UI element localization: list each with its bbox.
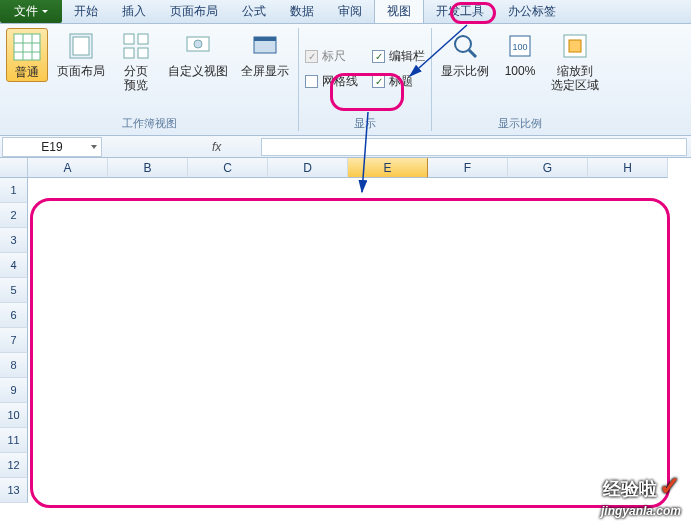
zoom-selection-label: 缩放到 选定区域 — [551, 64, 599, 92]
watermark-title: 经验啦 — [603, 479, 657, 499]
normal-view-label: 普通 — [15, 65, 39, 79]
col-header-H[interactable]: H — [588, 158, 668, 178]
col-header-A[interactable]: A — [28, 158, 108, 178]
page-layout-button[interactable]: 页面布局 — [54, 28, 108, 80]
zoom-100-icon: 100 — [504, 30, 536, 62]
row-header[interactable]: 1 — [0, 178, 28, 203]
name-box[interactable]: E19 — [2, 137, 102, 157]
ruler-check-icon: ✓ — [305, 50, 318, 63]
sheet-body: 1 2 3 4 5 6 7 8 9 10 11 12 13 — [0, 178, 691, 503]
ruler-checkbox[interactable]: ✓ 标尺 — [305, 48, 358, 65]
headings-label: 标题 — [389, 73, 413, 90]
zoom-100-button[interactable]: 100 100% — [498, 28, 542, 80]
zoom-group-label: 显示比例 — [498, 116, 542, 133]
group-show: ✓ 标尺 网格线 ✓ 编辑栏 ✓ 标题 显示 — [299, 24, 431, 135]
svg-point-12 — [194, 40, 202, 48]
row-header[interactable]: 4 — [0, 253, 28, 278]
zoom-content: 显示比例 100 100% 缩放到 选定区域 — [438, 28, 602, 116]
show-checks-right: ✓ 编辑栏 ✓ 标题 — [372, 28, 425, 90]
row-header[interactable]: 12 — [0, 453, 28, 478]
show-content: ✓ 标尺 网格线 ✓ 编辑栏 ✓ 标题 — [305, 28, 425, 116]
svg-rect-9 — [124, 48, 134, 58]
col-header-B[interactable]: B — [108, 158, 188, 178]
svg-rect-8 — [138, 34, 148, 44]
page-layout-label: 页面布局 — [57, 64, 105, 78]
formula-bar: E19 fx — [0, 136, 691, 158]
show-group-label: 显示 — [354, 116, 376, 133]
page-break-button[interactable]: 分页 预览 — [114, 28, 158, 94]
column-headers: A B C D E F G H — [28, 158, 668, 178]
tab-home[interactable]: 开始 — [62, 0, 110, 23]
page-break-label: 分页 预览 — [124, 64, 148, 92]
tab-data[interactable]: 数据 — [278, 0, 326, 23]
formula-input[interactable] — [261, 138, 687, 156]
zoom-button[interactable]: 显示比例 — [438, 28, 492, 80]
col-header-G[interactable]: G — [508, 158, 588, 178]
row-header[interactable]: 7 — [0, 328, 28, 353]
svg-point-15 — [455, 36, 471, 52]
col-header-C[interactable]: C — [188, 158, 268, 178]
svg-rect-7 — [124, 34, 134, 44]
select-all-corner[interactable] — [0, 158, 28, 178]
watermark-url: jingyanla.com — [601, 504, 681, 518]
full-screen-button[interactable]: 全屏显示 — [238, 28, 292, 80]
zoom-label: 显示比例 — [441, 64, 489, 78]
gridlines-check-icon — [305, 75, 318, 88]
tab-developer[interactable]: 开发工具 — [424, 0, 496, 23]
group-workbook-views: 普通 页面布局 分页 预览 自定义视图 — [0, 24, 298, 135]
ruler-label: 标尺 — [322, 48, 346, 65]
row-header[interactable]: 8 — [0, 353, 28, 378]
row-header[interactable]: 13 — [0, 478, 28, 503]
full-screen-label: 全屏显示 — [241, 64, 289, 78]
zoom-icon — [449, 30, 481, 62]
formula-bar-label: 编辑栏 — [389, 48, 425, 65]
row-header[interactable]: 6 — [0, 303, 28, 328]
svg-text:100: 100 — [512, 42, 527, 52]
svg-rect-6 — [73, 37, 89, 55]
row-header[interactable]: 9 — [0, 378, 28, 403]
grid-cells[interactable] — [28, 178, 691, 503]
col-header-F[interactable]: F — [428, 158, 508, 178]
normal-view-button[interactable]: 普通 — [6, 28, 48, 82]
tab-office-tabs[interactable]: 办公标签 — [496, 0, 568, 23]
custom-views-label: 自定义视图 — [168, 64, 228, 78]
row-headers: 1 2 3 4 5 6 7 8 9 10 11 12 13 — [0, 178, 28, 503]
svg-rect-14 — [254, 37, 276, 41]
row-header[interactable]: 3 — [0, 228, 28, 253]
tab-insert[interactable]: 插入 — [110, 0, 158, 23]
group-zoom: 显示比例 100 100% 缩放到 选定区域 显示比例 — [432, 24, 608, 135]
tab-page-layout[interactable]: 页面布局 — [158, 0, 230, 23]
tab-review[interactable]: 审阅 — [326, 0, 374, 23]
workbook-views-content: 普通 页面布局 分页 预览 自定义视图 — [6, 28, 292, 116]
page-layout-icon — [65, 30, 97, 62]
tab-view[interactable]: 视图 — [374, 0, 424, 23]
svg-rect-20 — [569, 40, 581, 52]
row-header[interactable]: 10 — [0, 403, 28, 428]
gridlines-checkbox[interactable]: 网格线 — [305, 73, 358, 90]
svg-line-16 — [469, 50, 476, 57]
full-screen-icon — [249, 30, 281, 62]
row-header[interactable]: 11 — [0, 428, 28, 453]
file-tab[interactable]: 文件 — [0, 0, 62, 23]
ribbon: 普通 页面布局 分页 预览 自定义视图 — [0, 24, 691, 136]
fx-area: fx — [112, 140, 261, 154]
zoom-selection-icon — [559, 30, 591, 62]
headings-checkbox[interactable]: ✓ 标题 — [372, 73, 425, 90]
formula-bar-checkbox[interactable]: ✓ 编辑栏 — [372, 48, 425, 65]
row-header[interactable]: 5 — [0, 278, 28, 303]
formula-bar-check-icon: ✓ — [372, 50, 385, 63]
fx-icon[interactable]: fx — [212, 140, 221, 154]
col-header-D[interactable]: D — [268, 158, 348, 178]
sheet-header-row: A B C D E F G H — [0, 158, 691, 178]
tab-formulas[interactable]: 公式 — [230, 0, 278, 23]
custom-views-icon — [182, 30, 214, 62]
normal-view-icon — [11, 31, 43, 63]
svg-rect-0 — [14, 34, 40, 60]
row-header[interactable]: 2 — [0, 203, 28, 228]
svg-rect-10 — [138, 48, 148, 58]
zoom-selection-button[interactable]: 缩放到 选定区域 — [548, 28, 602, 94]
watermark: 经验啦✓ jingyanla.com — [601, 476, 681, 521]
workbook-views-group-label: 工作簿视图 — [122, 116, 177, 133]
custom-views-button[interactable]: 自定义视图 — [164, 28, 232, 80]
col-header-E[interactable]: E — [348, 158, 428, 178]
